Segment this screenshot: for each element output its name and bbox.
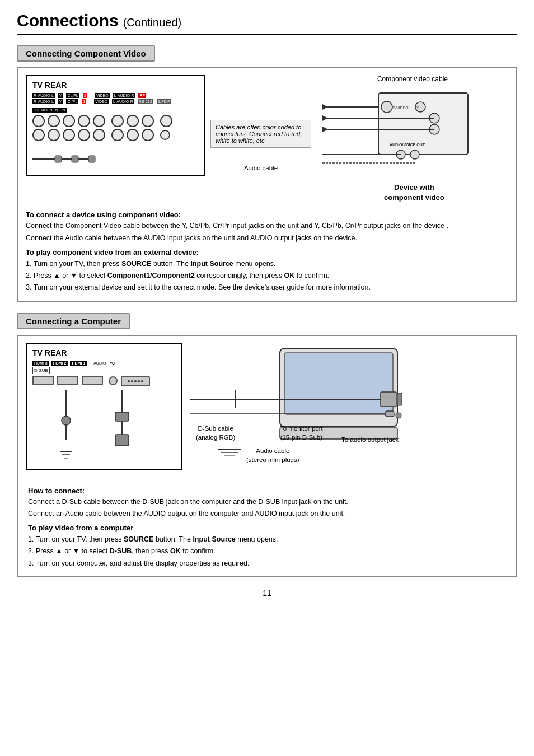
svg-text:AUDIO/VOICE OUT: AUDIO/VOICE OUT bbox=[390, 143, 425, 147]
svg-point-7 bbox=[381, 101, 392, 113]
device-label-component: Device withcomponent video bbox=[384, 183, 444, 203]
svg-marker-18 bbox=[322, 127, 328, 132]
list-item: 2. Press ▲ or ▼ to select Component1/Com… bbox=[26, 270, 508, 282]
svg-point-38 bbox=[396, 413, 401, 418]
instruction1-text2-component: Connect the Audio cable between the AUDI… bbox=[26, 233, 508, 244]
list-item: 3. Turn on your external device and set … bbox=[26, 282, 508, 293]
tv-rear-box-component: TV REAR R-AUDIO-L Y Cb/Pb 2 VIDEO L-AUDI… bbox=[26, 75, 205, 176]
instruction1-text1-computer: Connect a D-Sub cable between the D-SUB … bbox=[28, 497, 508, 507]
instruction2-list-computer: 1. Turn on your TV, then press SOURCE bu… bbox=[28, 534, 508, 570]
section-component-video: Connecting Component Video TV REAR R-AUD… bbox=[17, 45, 517, 302]
audio-cable-label-computer: Audio cable (stereo mini plugs) bbox=[246, 446, 299, 464]
list-item: 1. Turn on your TV, then press SOURCE bu… bbox=[26, 258, 508, 270]
section-box-computer: TV REAR HDMI 3 HDMI 2 HDMI 1 AUDIO P/C D… bbox=[17, 335, 517, 577]
section-box-component: TV REAR R-AUDIO-L Y Cb/Pb 2 VIDEO L-AUDI… bbox=[17, 67, 517, 302]
svg-rect-27 bbox=[115, 435, 129, 446]
connector-row-2 bbox=[32, 129, 198, 141]
component-video-cable-label: Component video cable bbox=[377, 75, 448, 83]
list-item: 2. Press ▲ or ▼ to select D-SUB, then pr… bbox=[28, 545, 508, 557]
tv-rear-label-component: TV REAR bbox=[32, 81, 198, 90]
tv-rear-box-computer: TV REAR HDMI 3 HDMI 2 HDMI 1 AUDIO P/C D… bbox=[26, 343, 182, 470]
page-number: 11 bbox=[17, 589, 517, 598]
tv-rear-label-computer: TV REAR bbox=[32, 348, 176, 357]
svg-marker-16 bbox=[322, 104, 328, 110]
svg-rect-1 bbox=[55, 156, 62, 162]
svg-text:Y: Y bbox=[416, 106, 419, 109]
audio-output-label: To audio output jack bbox=[341, 435, 399, 444]
section-header-component: Connecting Component Video bbox=[17, 45, 155, 62]
svg-rect-25 bbox=[115, 412, 129, 421]
middle-area-component: Cables are often color-coded to connecto… bbox=[210, 75, 311, 171]
svg-point-29 bbox=[62, 416, 71, 425]
computer-right-area: D-Sub cable (analog RGB) To monitor port… bbox=[190, 343, 508, 479]
page-title: Connections (Continued) bbox=[17, 11, 517, 35]
list-item: 1. Turn on your TV, then press SOURCE bu… bbox=[28, 534, 508, 545]
monitor-port-label: To monitor port (15-pin D-Sub) bbox=[280, 424, 323, 442]
section-header-computer: Connecting a Computer bbox=[17, 313, 130, 329]
svg-text:S-VIDEO: S-VIDEO bbox=[392, 106, 409, 110]
connector-row-1 bbox=[32, 115, 198, 127]
svg-marker-17 bbox=[322, 115, 328, 121]
component-diagram-area: TV REAR R-AUDIO-L Y Cb/Pb 2 VIDEO L-AUDI… bbox=[26, 75, 508, 203]
instruction1-heading-computer: How to connect: bbox=[28, 487, 508, 495]
cable-plugs-svg bbox=[32, 148, 105, 170]
svg-point-21 bbox=[410, 150, 419, 159]
computer-cable-svg bbox=[32, 390, 156, 463]
svg-rect-39 bbox=[381, 392, 396, 407]
instruction1-heading-component: To connect a device using component vide… bbox=[26, 211, 508, 219]
cable-note: Cables are often color-coded to connecto… bbox=[210, 120, 311, 148]
svg-rect-35 bbox=[284, 353, 393, 414]
instruction2-list-component: 1. Turn on your TV, then press SOURCE bu… bbox=[26, 258, 508, 294]
instruction1-text1-component: Connect the Component Video cable betwee… bbox=[26, 221, 508, 231]
svg-rect-40 bbox=[385, 411, 394, 417]
dsub-cable-label: D-Sub cable (analog RGB) bbox=[196, 424, 235, 442]
list-item: 3. Turn on your computer, and adjust the… bbox=[28, 558, 508, 570]
instruction2-heading-computer: To play video from a computer bbox=[28, 524, 508, 532]
instruction1-text2-computer: Connect an Audio cable between the AUDIO… bbox=[28, 508, 508, 519]
computer-diagram-area: TV REAR HDMI 3 HDMI 2 HDMI 1 AUDIO P/C D… bbox=[26, 343, 508, 479]
svg-rect-37 bbox=[397, 393, 402, 405]
svg-rect-3 bbox=[72, 156, 78, 162]
instruction2-heading-component: To play component video from an external… bbox=[26, 248, 508, 256]
section-computer: Connecting a Computer TV REAR HDMI 3 HDM… bbox=[17, 313, 517, 577]
audio-cable-label-component: Audio cable bbox=[244, 165, 278, 171]
device-area-component: Component video cable S-VIDEO Y bbox=[317, 75, 508, 203]
svg-rect-5 bbox=[88, 156, 95, 162]
